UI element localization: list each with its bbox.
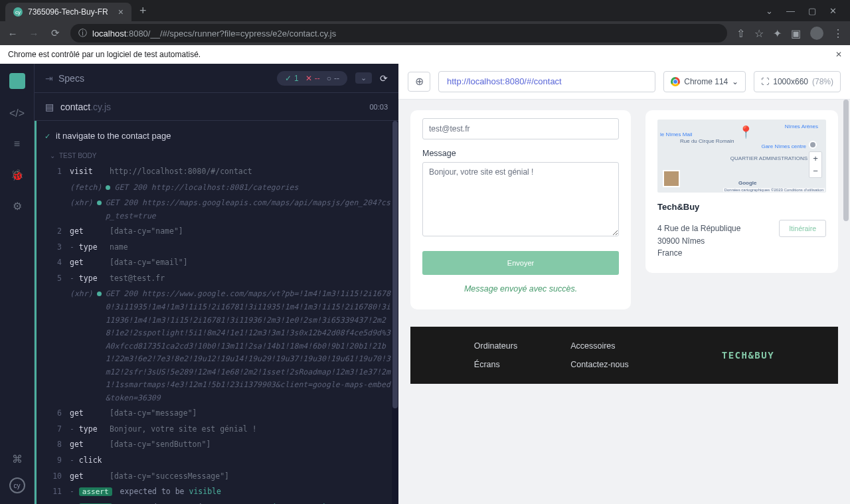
banner-close-icon[interactable]: ✕ [835,50,842,59]
send-button[interactable]: Envoyer [422,251,619,275]
command-row[interactable]: 2get[data-cy="name"] [44,224,390,240]
zoom-in-button[interactable]: + [809,152,821,165]
map-zoom-controls[interactable]: +− [809,151,822,178]
spec-file-row[interactable]: ▤ contact.cy.js 00:03 [35,93,398,121]
address-bar-icons: ⇧ ☆ ✦ ▣ ⋮ [736,27,843,40]
command-row[interactable]: 7typeBonjour, votre site est génial ! [44,422,390,438]
message-field[interactable] [422,162,619,236]
footer-link[interactable]: Écrans [474,360,517,369]
command-log[interactable]: ✓ it navigate to the contact page ⌄ TEST… [35,121,398,504]
reporter-header: ⇥ Specs ✓ 1 ✕ -- ○ -- ⌄ ⟳ [35,64,398,93]
debug-nav-icon[interactable]: 🐞 [11,169,24,181]
aut-viewport: Message Envoyer Message envoyé avec succ… [398,100,850,504]
command-row[interactable]: 3typename [44,240,390,256]
command-row[interactable]: 9click [44,453,390,469]
panel-icon[interactable]: ▣ [791,27,801,40]
menu-icon[interactable]: ⋮ [833,27,843,40]
map-label: Rue du Cirque Romain [680,138,734,144]
email-field[interactable] [422,118,619,139]
stat-failed: ✕ -- [305,74,320,83]
page-footer: Ordinateurs Écrans Accessoires Contactez… [410,327,838,384]
chevron-down-icon: ⌄ [732,77,738,86]
spec-filename: contact [60,102,90,112]
minimize-icon[interactable]: — [786,6,795,16]
command-row[interactable]: 12assertexpected to contain Message envo… [44,500,390,504]
zoom-out-button[interactable]: − [809,165,821,177]
selector-playground-button[interactable]: ⊕ [408,72,430,92]
command-row[interactable]: 8get[data-cy="sendButton"] [44,437,390,453]
aut-scrollbar-thumb[interactable] [843,100,849,221]
tab-close-icon[interactable]: × [118,7,124,17]
cypress-badge-icon[interactable]: cy [9,477,25,493]
info-icon[interactable]: ⓘ [78,27,87,39]
app-container: </> ≡ 🐞 ⚙ ⌘ cy ⇥ Specs ✓ 1 ✕ -- ○ -- ⌄ ⟳… [0,64,850,504]
forward-button[interactable]: → [28,28,40,39]
browser-tab[interactable]: cy 7365096-Tech-Buy-FR × [5,3,131,21]
runs-nav-icon[interactable]: ≡ [14,138,20,150]
bookmark-icon[interactable]: ☆ [754,27,764,40]
favicon-icon: cy [13,7,23,17]
footer-column: Ordinateurs Écrans [474,341,517,369]
back-button[interactable]: ← [7,28,19,39]
map-embed[interactable]: Nîmes Arènes le Nîmes Mail Gare Nîmes ce… [657,120,826,193]
success-message: Message envoyé avec succès. [422,284,619,294]
reporter-scrollbar-thumb[interactable] [392,121,398,408]
viewport-selector[interactable]: ⛶ 1000x660 (78%) [754,71,841,92]
message-label: Message [422,149,619,158]
command-row[interactable]: 11assertexpected to be visible [44,484,390,500]
map-layer-thumb[interactable] [663,170,680,187]
options-dropdown[interactable]: ⌄ [355,72,372,84]
xhr-log-row[interactable]: (fetch)GET 200 http://localhost:8081/cat… [44,180,390,196]
new-tab-button[interactable]: + [139,4,147,18]
command-row[interactable]: 6get[data-cy="message"] [44,406,390,422]
window-close-icon[interactable]: ✕ [829,6,837,16]
test-stats: ✓ 1 ✕ -- ○ -- [277,71,347,86]
viewport-icon: ⛶ [761,77,769,86]
xhr-log-row[interactable]: (xhr)GET 200 https://maps.googleapis.com… [44,195,390,224]
map-label: le Nîmes Mail [660,131,692,137]
command-row[interactable]: 1visithttp://localhost:8080/#/contact [44,164,390,180]
footer-link[interactable]: Ordinateurs [474,341,517,351]
command-row[interactable]: 10get[data-cy="successMessage"] [44,469,390,485]
specs-label: Specs [58,73,84,84]
browser-chrome: cy 7365096-Tech-Buy-FR × + ⌄ — ▢ ✕ ← → ⟳… [0,0,850,64]
contact-form-card: Message Envoyer Message envoyé avec succ… [410,110,631,309]
map-label: Gare Nîmes centre [761,143,806,149]
company-name: Tech&Buy [657,202,826,212]
tab-title: 7365096-Tech-Buy-FR [28,7,108,17]
url-input[interactable]: ⓘ localhost:8080/__/#/specs/runner?file=… [70,24,727,42]
specs-chevron-icon: ⇥ [45,73,53,84]
extensions-icon[interactable]: ✦ [773,27,782,40]
map-label: QUARTIER ADMINISTRATIONS [730,155,808,161]
chevron-down-icon: ⌄ [50,150,55,161]
maximize-icon[interactable]: ▢ [808,6,816,16]
chrome-logo-icon [671,77,680,86]
shortcuts-icon[interactable]: ⌘ [12,453,23,465]
xhr-log-row[interactable]: (xhr)GET 200 https://www.google.com/maps… [44,286,390,406]
file-icon: ▤ [45,102,54,112]
reporter-scrollbar-track [392,121,398,504]
map-pin-icon: 📍 [738,125,753,139]
chevron-down-icon[interactable]: ⌄ [766,6,773,16]
test-title-row[interactable]: ✓ it navigate to the contact page [44,126,390,146]
rerun-button[interactable]: ⟳ [380,73,388,84]
profile-avatar[interactable] [810,27,823,40]
reload-button[interactable]: ⟳ [49,27,61,39]
cypress-logo-icon[interactable] [9,73,25,89]
spec-duration: 00:03 [369,103,388,111]
cypress-sidebar: </> ≡ 🐞 ⚙ ⌘ cy [0,64,35,504]
specs-breadcrumb[interactable]: ⇥ Specs [45,73,84,84]
test-title: it navigate to the contact page [56,129,171,143]
browser-selector[interactable]: Chrome 114 ⌄ [663,71,746,92]
command-row[interactable]: 4get[data-cy="email"] [44,255,390,271]
settings-nav-icon[interactable]: ⚙ [13,200,22,212]
test-body-label[interactable]: ⌄ TEST BODY [44,146,390,164]
spec-extension: .cy.js [90,102,111,112]
aut-url-display[interactable]: http://localhost:8080/#/contact [438,71,655,92]
share-icon[interactable]: ⇧ [736,27,745,40]
specs-nav-icon[interactable]: </> [9,108,25,120]
directions-button[interactable]: Itinéraire [779,220,826,237]
footer-link[interactable]: Accessoires [570,341,629,351]
command-row[interactable]: 5typetest@test.fr [44,271,390,287]
footer-link[interactable]: Contactez-nous [570,360,629,369]
